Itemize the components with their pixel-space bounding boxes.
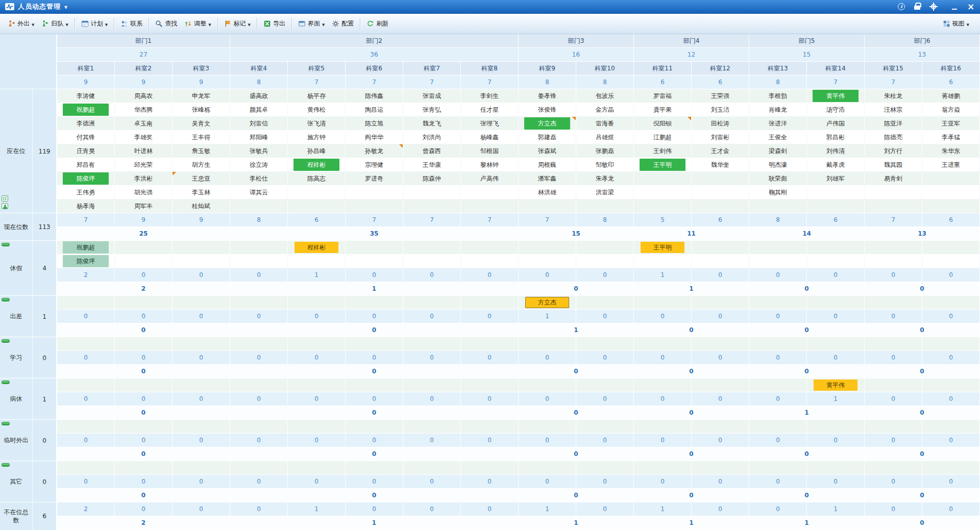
toolbar-button-person-in[interactable]: 归队 bbox=[38, 17, 71, 30]
person-cell[interactable]: 江鹏超 bbox=[634, 131, 692, 144]
person-cell[interactable]: 谭其云 bbox=[230, 186, 288, 199]
toolbar-button-tag[interactable]: 标记 bbox=[220, 17, 254, 30]
person-cell[interactable]: 梁森剑 bbox=[749, 144, 807, 158]
office-header[interactable]: 科室1 bbox=[57, 62, 115, 75]
toolbar-button-calendar[interactable]: 计划 bbox=[78, 17, 111, 30]
office-header[interactable]: 科室12 bbox=[692, 62, 749, 75]
person-cell[interactable]: 曾森西 bbox=[403, 144, 461, 158]
person-cell[interactable]: 王才金 bbox=[692, 144, 749, 158]
person-cell[interactable]: 易青剑 bbox=[865, 172, 922, 186]
person-cell[interactable]: 张森斌 bbox=[519, 144, 576, 158]
person-cell[interactable]: 李根勃 bbox=[749, 89, 807, 103]
toolbar-button-search[interactable]: 查找 bbox=[152, 17, 181, 30]
minimize-button[interactable] bbox=[950, 3, 959, 11]
toolbar-button-config[interactable]: 配置 bbox=[328, 17, 357, 30]
person-cell[interactable]: 龚平果 bbox=[634, 103, 692, 117]
info-icon[interactable] bbox=[898, 3, 905, 10]
person-cell[interactable]: 盛高政 bbox=[230, 89, 288, 103]
person-cell[interactable]: 李德洲 bbox=[57, 117, 115, 131]
person-cell[interactable]: 卢高伟 bbox=[461, 172, 519, 186]
person-cell[interactable]: 周根巍 bbox=[519, 158, 576, 172]
person-cell[interactable]: 蒋雄鹏 bbox=[922, 89, 980, 103]
person-cell[interactable]: 卢伟国 bbox=[807, 117, 865, 131]
person-cell[interactable]: 魏其园 bbox=[865, 158, 922, 172]
person-cell[interactable]: 朱桂龙 bbox=[865, 89, 922, 103]
person-cell[interactable]: 魏华奎 bbox=[692, 158, 749, 172]
person-cell[interactable]: 张鹏磊 bbox=[576, 144, 634, 158]
sidebar-section-trip[interactable]: 出差1 bbox=[0, 296, 56, 337]
person-cell[interactable]: 邱光荣 bbox=[115, 158, 173, 172]
person-cell[interactable]: 王荣强 bbox=[692, 89, 749, 103]
office-header[interactable]: 科室3 bbox=[173, 62, 230, 75]
person-cell[interactable]: 李孝猛 bbox=[922, 131, 980, 144]
person-cell[interactable]: 王华康 bbox=[403, 158, 461, 172]
person-cell[interactable]: 林洪雄 bbox=[519, 186, 576, 199]
person-cell[interactable]: 张俊锋 bbox=[519, 103, 576, 117]
person-cell[interactable]: 吕雄煜 bbox=[576, 131, 634, 144]
person-cell[interactable]: 陈俊坪 bbox=[57, 255, 115, 268]
person-cell[interactable]: 戴孝虎 bbox=[807, 158, 865, 172]
person-cell[interactable]: 陈高志 bbox=[288, 172, 346, 186]
section-toggle-pill[interactable] bbox=[2, 243, 10, 246]
sidebar-section-temp-out[interactable]: 临时外出0 bbox=[0, 420, 56, 461]
person-cell[interactable]: 黄平伟 bbox=[807, 89, 865, 103]
person-cell[interactable]: 王剑伟 bbox=[634, 144, 692, 158]
person-cell[interactable]: 周高农 bbox=[115, 89, 173, 103]
person-cell[interactable]: 陈立旭 bbox=[346, 117, 403, 131]
person-cell[interactable]: 罗进奇 bbox=[346, 172, 403, 186]
person-cell[interactable]: 黄伟松 bbox=[288, 103, 346, 117]
office-header[interactable]: 科室16 bbox=[922, 62, 980, 75]
section-toggle-pill[interactable] bbox=[2, 339, 10, 343]
person-cell[interactable]: 刘雷彬 bbox=[692, 131, 749, 144]
person-cell[interactable]: 周军丰 bbox=[115, 199, 173, 213]
person-cell[interactable]: 王俊全 bbox=[749, 131, 807, 144]
sidebar-section-sick[interactable]: 病休1 bbox=[0, 378, 56, 420]
person-cell[interactable]: 王亚军 bbox=[922, 117, 980, 131]
office-header[interactable]: 科室9 bbox=[519, 62, 576, 75]
person-cell[interactable]: 任才星 bbox=[461, 103, 519, 117]
person-cell[interactable]: 方立杰 bbox=[519, 296, 576, 310]
office-header[interactable]: 科室10 bbox=[576, 62, 634, 75]
person-cell[interactable]: 王进重 bbox=[922, 158, 980, 172]
section-toggle-pill[interactable] bbox=[2, 381, 10, 384]
section-toggle-pill[interactable] bbox=[2, 298, 10, 301]
person-cell[interactable]: 陈伟鑫 bbox=[346, 89, 403, 103]
office-header[interactable]: 科室13 bbox=[749, 62, 807, 75]
person-cell[interactable]: 郭昌彬 bbox=[807, 131, 865, 144]
person-cell[interactable]: 王忠亚 bbox=[173, 172, 230, 186]
person-cell[interactable]: 朱孝龙 bbox=[576, 172, 634, 186]
office-header[interactable]: 科室11 bbox=[634, 62, 692, 75]
person-cell[interactable]: 雷海番 bbox=[576, 117, 634, 131]
person-cell[interactable]: 付其锋 bbox=[57, 131, 115, 144]
office-header[interactable]: 科室5 bbox=[288, 62, 346, 75]
sidebar-section-present[interactable]: 应在位119 bbox=[0, 89, 56, 213]
person-cell[interactable]: 孙昌峰 bbox=[288, 144, 346, 158]
person-cell[interactable]: 詹玉敏 bbox=[173, 144, 230, 158]
dept-header[interactable]: 部门2 bbox=[230, 34, 519, 48]
office-header[interactable]: 科室6 bbox=[346, 62, 403, 75]
person-cell[interactable]: 杨峰鑫 bbox=[461, 131, 519, 144]
lock-icon[interactable] bbox=[913, 3, 921, 11]
office-header[interactable]: 科室14 bbox=[807, 62, 865, 75]
person-cell[interactable]: 徐立涛 bbox=[230, 158, 288, 172]
sidebar-section-total[interactable]: 不在位总数6 bbox=[0, 502, 56, 530]
person-cell[interactable]: 宗理健 bbox=[346, 158, 403, 172]
person-cell[interactable]: 张青弘 bbox=[403, 103, 461, 117]
toolbar-button-adjust[interactable]: 调整 bbox=[181, 17, 214, 30]
toolbar-button-refresh[interactable]: 刷新 bbox=[363, 17, 392, 30]
person-cell[interactable]: 吴青文 bbox=[173, 117, 230, 131]
person-cell[interactable]: 张飞清 bbox=[288, 117, 346, 131]
person-cell[interactable]: 郭建磊 bbox=[519, 131, 576, 144]
person-cell[interactable]: 田松涛 bbox=[692, 117, 749, 131]
person-cell[interactable]: 祝鹏超 bbox=[57, 241, 115, 255]
person-cell[interactable]: 刘洪尚 bbox=[403, 131, 461, 144]
person-cell[interactable]: 罗雷福 bbox=[634, 89, 692, 103]
person-cell[interactable]: 刘雷信 bbox=[230, 117, 288, 131]
person-cell[interactable]: 胡光强 bbox=[115, 186, 173, 199]
person-cell[interactable]: 黎林钟 bbox=[461, 158, 519, 172]
person-cell[interactable]: 潘军鑫 bbox=[519, 172, 576, 186]
person-cell[interactable]: 汪林宗 bbox=[865, 103, 922, 117]
title-dropdown-icon[interactable] bbox=[64, 3, 67, 10]
toolbar-button-window[interactable]: 界面 bbox=[295, 17, 328, 30]
person-cell[interactable]: 方立杰 bbox=[519, 117, 576, 131]
